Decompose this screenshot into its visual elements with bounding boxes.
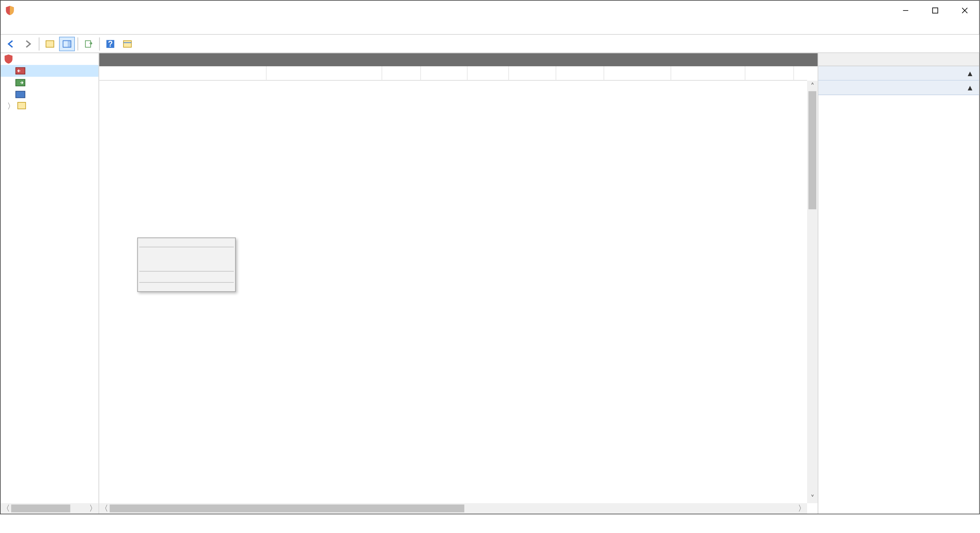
tree-outbound-rules[interactable] <box>1 77 99 89</box>
back-button[interactable] <box>3 36 19 51</box>
context-enable-rule[interactable] <box>138 238 235 245</box>
toolbar: ? <box>1 35 979 53</box>
context-menu <box>137 238 236 292</box>
scrollbar-thumb[interactable] <box>11 504 70 512</box>
minimize-button[interactable] <box>891 1 920 21</box>
scroll-down-icon[interactable]: ˅ <box>807 493 818 503</box>
column-profile[interactable] <box>382 66 421 80</box>
scroll-right-icon[interactable]: 〉 <box>88 503 99 514</box>
actions-section-inbound[interactable]: ▲ <box>818 66 979 81</box>
maximize-button[interactable] <box>920 1 950 21</box>
scroll-left-icon[interactable]: 〈 <box>1 503 11 514</box>
export-button[interactable] <box>81 36 96 51</box>
collapse-icon: ▲ <box>966 69 974 78</box>
scroll-left-icon[interactable]: 〈 <box>99 503 110 514</box>
scrollbar-thumb[interactable] <box>110 504 464 512</box>
outbound-rules-icon <box>15 78 25 88</box>
horizontal-scrollbar[interactable]: 〈 〉 <box>99 503 807 514</box>
forward-button[interactable] <box>21 36 36 51</box>
menu-file[interactable] <box>5 26 18 29</box>
scope-tree: 〉 〈 〉 <box>1 53 99 514</box>
connection-security-icon <box>15 89 25 100</box>
tree-monitoring[interactable]: 〉 <box>1 100 99 112</box>
view-button[interactable] <box>119 36 135 51</box>
close-button[interactable] <box>950 1 979 21</box>
show-hide-tree-button[interactable] <box>42 36 58 51</box>
svg-rect-7 <box>86 40 91 47</box>
content-area: 〉 〈 〉 <box>1 53 979 514</box>
column-protocol[interactable] <box>746 66 794 80</box>
menu-action[interactable] <box>18 26 31 29</box>
column-enabled[interactable] <box>421 66 468 80</box>
menubar <box>1 21 979 35</box>
column-headers <box>99 66 807 81</box>
column-name[interactable] <box>99 66 266 80</box>
svg-rect-1 <box>932 8 937 13</box>
column-override[interactable] <box>509 66 556 80</box>
monitoring-icon <box>16 101 27 111</box>
actions-header <box>818 53 979 66</box>
help-button[interactable]: ? <box>102 36 118 51</box>
collapse-icon: ▲ <box>966 83 974 92</box>
svg-rect-4 <box>46 40 54 47</box>
tree-connection-security[interactable] <box>1 89 99 101</box>
firewall-shield-icon <box>5 5 15 16</box>
tree-root[interactable] <box>1 53 99 65</box>
app-window: ? 〉 <box>0 0 980 514</box>
svg-rect-15 <box>18 102 25 109</box>
menu-view[interactable] <box>31 26 44 29</box>
scroll-up-icon[interactable]: ˄ <box>807 81 818 91</box>
tree-horizontal-scrollbar[interactable]: 〈 〉 <box>1 503 99 514</box>
column-remote-address[interactable] <box>671 66 745 80</box>
column-action[interactable] <box>468 66 509 80</box>
scrollbar-thumb[interactable] <box>808 91 816 209</box>
context-properties[interactable] <box>138 274 235 280</box>
rules-panel: ˄ ˅ 〈 〉 <box>99 53 817 514</box>
firewall-shield-icon <box>3 54 14 64</box>
column-local-address[interactable] <box>605 66 671 80</box>
show-hide-action-pane-button[interactable] <box>59 36 75 51</box>
scroll-right-icon[interactable]: 〉 <box>797 503 807 514</box>
context-delete[interactable] <box>138 262 235 269</box>
column-program[interactable] <box>556 66 605 80</box>
rules-panel-header <box>99 53 817 66</box>
svg-rect-10 <box>124 40 131 47</box>
svg-rect-13 <box>16 79 25 86</box>
svg-text:?: ? <box>108 39 113 48</box>
svg-rect-6 <box>68 40 71 47</box>
expand-icon[interactable]: 〉 <box>7 101 14 112</box>
svg-rect-14 <box>16 91 25 98</box>
actions-pane: ▲ ▲ <box>818 53 979 514</box>
menu-help[interactable] <box>44 26 57 29</box>
column-group[interactable] <box>267 66 382 80</box>
inbound-rules-icon <box>15 66 25 76</box>
actions-section-rule[interactable]: ▲ <box>818 81 979 95</box>
context-cut[interactable] <box>138 249 235 255</box>
context-help[interactable] <box>138 285 235 291</box>
context-copy[interactable] <box>138 256 235 262</box>
titlebar <box>1 1 979 21</box>
vertical-scrollbar[interactable]: ˄ ˅ <box>807 81 818 503</box>
tree-inbound-rules[interactable] <box>1 65 99 77</box>
